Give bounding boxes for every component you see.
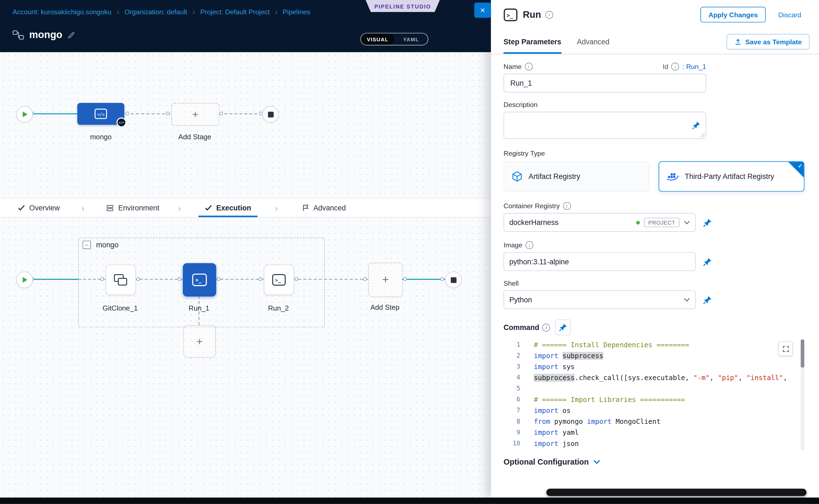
yaml-toggle[interactable]: YAML (394, 33, 428, 45)
info-icon[interactable]: i (672, 63, 679, 71)
command-editor[interactable]: 1# ====== Install Dependencies ========2… (504, 339, 804, 450)
container-registry-value: dockerHarness (509, 218, 632, 227)
resize-handle[interactable] (700, 133, 705, 137)
pin-icon[interactable] (556, 320, 571, 335)
info-icon[interactable]: i (543, 323, 551, 331)
registry-type-options: Artifact Registry Third-Party Artifact R… (504, 161, 804, 192)
tab-advanced[interactable]: Advanced (300, 198, 348, 217)
pipeline-studio-app: Account: kurosakiichigo.songoku › Organi… (0, 0, 819, 504)
apply-changes-button[interactable]: Apply Changes (701, 7, 766, 22)
check-icon (205, 205, 212, 211)
connector-dot (219, 112, 223, 115)
breadcrumb-pipelines[interactable]: Pipelines (283, 8, 310, 16)
breadcrumb-project[interactable]: Project: Default Project (200, 8, 270, 16)
step-label: Run_1 (173, 304, 225, 312)
chevron-right-icon: › (178, 203, 181, 212)
stage-type-badge: </> (117, 117, 126, 127)
connector-dot (441, 277, 444, 281)
editor-scrollbar[interactable] (801, 339, 804, 450)
line-number: 5 (504, 383, 524, 394)
code-line: 4subprocess.check_call([sys.executable, … (504, 372, 804, 383)
description-input[interactable] (504, 112, 706, 138)
line-number: 3 (504, 361, 524, 372)
info-icon[interactable]: i (563, 202, 571, 210)
terminal-icon: >_ (192, 273, 207, 287)
bottom-bar (0, 497, 819, 504)
info-icon[interactable]: i (525, 63, 533, 71)
plus-icon: + (192, 108, 198, 120)
expand-editor-button[interactable] (778, 341, 793, 356)
horizontal-scrollbar-thumb[interactable] (546, 489, 806, 496)
description-label: Description (504, 101, 804, 109)
code-line: 8from pymongo import MongoClient (504, 416, 804, 427)
connector-line (215, 279, 263, 280)
close-panel-button[interactable]: × (475, 3, 491, 18)
pin-icon[interactable] (703, 257, 712, 266)
info-icon[interactable]: i (526, 241, 534, 249)
image-field[interactable]: python:3.11-alpine (504, 252, 696, 271)
connector-dot (178, 277, 181, 281)
registry-option-third-party[interactable]: Third-Party Artifact Registry ✓ (659, 161, 804, 192)
line-number: 6 (504, 394, 524, 405)
add-parallel-step-button[interactable]: + (183, 325, 216, 358)
terminal-icon: >_ (271, 274, 286, 286)
optional-configuration-label: Optional Configuration (504, 457, 589, 466)
pipeline-end-node (262, 106, 279, 123)
connector-dot (166, 112, 170, 115)
stage-label: mongo (77, 133, 124, 141)
step-node-run-1[interactable]: >_ (183, 263, 216, 297)
editor-scrollbar-thumb[interactable] (801, 339, 804, 367)
line-number: 7 (504, 405, 524, 416)
collapse-group-button[interactable]: − (82, 241, 91, 249)
connector-dot (100, 277, 104, 281)
add-stage-button[interactable]: + (171, 103, 219, 126)
registry-option-label: Third-Party Artifact Registry (685, 172, 774, 181)
code-text: # ====== Install Dependencies ======== (525, 339, 804, 350)
pin-icon[interactable] (703, 218, 712, 227)
step-label: GitClone_1 (95, 304, 145, 312)
discard-button[interactable]: Discard (775, 10, 804, 19)
stage-node-mongo[interactable]: </> </> (77, 103, 124, 125)
pin-icon[interactable] (703, 295, 712, 304)
container-registry-label: Container Registry i (504, 202, 804, 210)
shell-select[interactable]: Python (504, 290, 696, 309)
tab-overview[interactable]: Overview (16, 198, 62, 217)
edit-pencil-icon[interactable] (68, 31, 76, 39)
registry-option-label: Artifact Registry (529, 172, 580, 181)
shell-row: Python (504, 290, 804, 309)
breadcrumb-organization[interactable]: Organization: default (124, 8, 187, 16)
info-icon[interactable]: i (545, 11, 553, 19)
tab-advanced[interactable]: Advanced (577, 29, 610, 54)
svg-text:</>: </> (97, 112, 105, 117)
panel-tabs: Step Parameters Advanced Save as Templat… (491, 29, 819, 54)
name-input[interactable] (504, 74, 706, 92)
container-registry-field[interactable]: dockerHarness PROJECT (504, 213, 696, 232)
add-step-button[interactable]: + (368, 263, 402, 297)
svg-text:>_: >_ (275, 277, 281, 283)
command-label: Command i (504, 323, 550, 332)
tab-step-parameters[interactable]: Step Parameters (504, 29, 561, 54)
save-as-template-button[interactable]: Save as Template (727, 34, 810, 50)
pipeline-titlebar: mongo (13, 29, 76, 41)
check-icon: ✓ (798, 163, 802, 169)
docker-icon (667, 172, 679, 181)
pin-icon[interactable] (692, 121, 701, 130)
connector-line (293, 279, 368, 280)
chevron-right-icon: › (275, 7, 277, 16)
tab-environment[interactable]: Environment (104, 198, 161, 217)
line-number: 1 (504, 339, 524, 350)
code-text: # ====== Import Libraries =========== (525, 394, 804, 405)
environment-icon (106, 204, 114, 211)
connector-line (135, 279, 183, 280)
code-text: import sys (525, 361, 804, 372)
connector-dot (403, 277, 407, 281)
step-node-run-2[interactable]: >_ (264, 265, 294, 295)
line-number: 9 (504, 427, 524, 438)
plus-icon: + (382, 273, 389, 287)
optional-configuration-toggle[interactable]: Optional Configuration (504, 457, 804, 466)
visual-toggle[interactable]: VISUAL (361, 33, 394, 45)
tab-execution[interactable]: Execution (202, 198, 253, 217)
registry-option-artifact[interactable]: Artifact Registry (504, 161, 649, 192)
step-node-gitclone-1[interactable] (105, 265, 136, 295)
breadcrumb-account[interactable]: Account: kurosakiichigo.songoku (13, 8, 111, 16)
